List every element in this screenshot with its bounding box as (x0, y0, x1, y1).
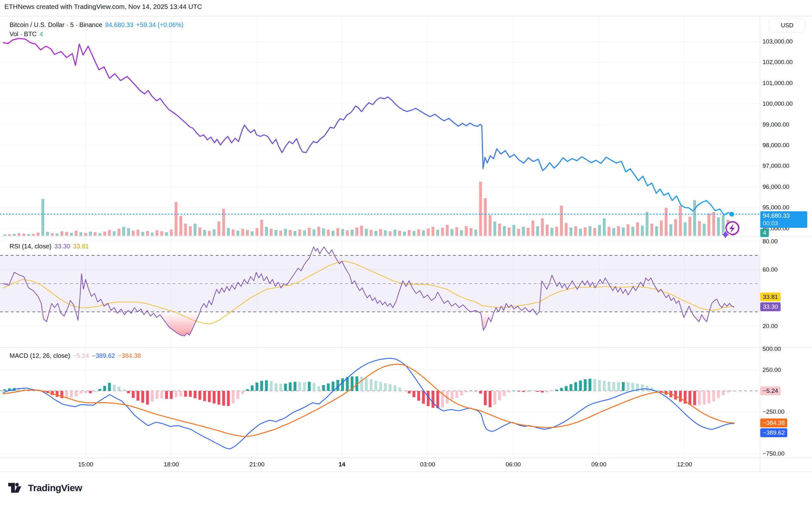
volume-legend-label: Vol · BTC (9, 31, 37, 38)
currency-scale-button[interactable]: USD (769, 18, 805, 33)
macd-hist-legend-value: −5.24 (73, 352, 89, 359)
price-axis-tick: 101,000.00 (762, 79, 793, 87)
rsi-axis-tick: 80.00 (762, 238, 778, 245)
current-price-label: 94,680.33 00:03 (760, 211, 807, 228)
tradingview-chart-export: ETHNews created with TradingView.com, No… (0, 0, 812, 507)
legend-price-change: +59.34 (+0.06%) (136, 21, 183, 29)
macd-axis-tick: −750.00 (762, 450, 785, 457)
rsi-ma-legend-value: 33.81 (73, 243, 89, 250)
macd-legend-label: MACD (12, 26, close) (9, 352, 70, 359)
price-axis-tick: 102,000.00 (762, 59, 793, 66)
tradingview-logo-icon (8, 482, 24, 494)
rsi-axis-tick: 20.00 (762, 323, 778, 330)
price-axis-tick: 95,000.00 (762, 204, 790, 211)
chart-canvas[interactable] (0, 0, 812, 507)
volume-legend: Vol · BTC 4 (9, 31, 43, 38)
time-axis-tick: 18:00 (164, 461, 179, 468)
volume-legend-value: 4 (40, 31, 43, 38)
symbol-legend: Bitcoin / U.S. Dollar · 5 · Binance 94,6… (9, 21, 183, 29)
time-axis-tick: 09:00 (591, 461, 607, 468)
legend-last-price: 94,680.33 (105, 21, 133, 29)
tradingview-logo-text: TradingView (28, 483, 82, 493)
rsi-value-label: 33.30 (760, 302, 780, 311)
macd-signal-legend-value: −384.38 (118, 352, 141, 359)
attribution-text: ETHNews created with TradingView.com, No… (4, 3, 202, 10)
macd-line-value-label: −389.62 (760, 428, 787, 437)
symbol-title: Bitcoin / U.S. Dollar · 5 · Binance (9, 21, 102, 29)
current-price-value: 94,680.33 (763, 212, 790, 220)
time-axis-tick: 21:00 (249, 461, 264, 468)
macd-axis-tick: 250.00 (762, 367, 781, 374)
rsi-legend: RSI (14, close) 33.30 33.81 (9, 243, 89, 250)
rsi-axis-tick: 60.00 (762, 266, 778, 273)
tradingview-logo[interactable]: TradingView (8, 482, 82, 494)
time-axis-tick: 15:00 (78, 461, 93, 468)
price-axis-tick: 99,000.00 (762, 121, 790, 128)
price-axis-tick: 98,000.00 (762, 142, 790, 149)
macd-signal-value-label: −384.38 (760, 418, 787, 428)
time-axis-tick: 14 (338, 461, 345, 468)
time-axis-tick: 06:00 (506, 461, 521, 468)
price-axis-tick: 103,000.00 (762, 38, 793, 45)
macd-legend: MACD (12, 26, close) −5.24 −389.62 −384.… (9, 352, 141, 359)
macd-axis-tick: −250.00 (762, 408, 785, 415)
price-axis-tick: 100,000.00 (762, 100, 793, 107)
price-axis-tick: 97,000.00 (762, 162, 790, 169)
time-axis-tick: 03:00 (420, 461, 435, 468)
macd-hist-value-label: −5.24 (760, 386, 780, 395)
price-axis-tick: 96,000.00 (762, 183, 790, 190)
rsi-ma-value-label: 33.81 (760, 292, 780, 301)
macd-line-legend-value: −389.62 (92, 352, 115, 359)
attribution-header: ETHNews created with TradingView.com, No… (4, 3, 202, 10)
time-axis-tick: 12:00 (677, 461, 692, 468)
rsi-legend-value: 33.30 (54, 243, 70, 250)
rsi-legend-label: RSI (14, close) (9, 243, 51, 250)
macd-axis-tick: 500.00 (762, 345, 781, 352)
bar-countdown: 00:03 (763, 220, 778, 227)
volume-value-label: 4 (760, 229, 769, 237)
